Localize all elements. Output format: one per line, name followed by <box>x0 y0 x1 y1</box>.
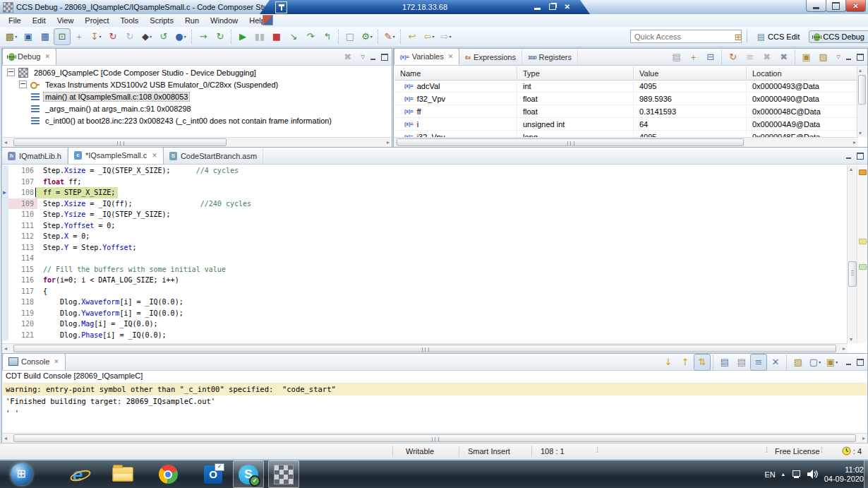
chevron-down-icon[interactable]: ▾ <box>836 355 838 369</box>
tab-debug[interactable]: Debug ✕ <box>2 48 56 65</box>
breakpoint-gutter[interactable] <box>3 231 8 242</box>
perspective-ccs-edit[interactable]: ▤ CCS Edit <box>752 30 805 44</box>
code-text[interactable]: Step.X = 0; <box>35 231 92 242</box>
breakpoint-gutter[interactable] <box>3 253 8 264</box>
taskbar-internet-explorer-icon[interactable]: e <box>62 460 93 488</box>
window-minimize-button[interactable] <box>806 0 826 12</box>
suspend-icon[interactable]: ▮▮ <box>251 28 268 45</box>
line-number[interactable]: 121 <box>8 330 37 341</box>
remove-all-terminated-icon[interactable]: ✖ <box>339 49 356 66</box>
chevron-down-icon[interactable]: ▾ <box>819 355 821 369</box>
show-console-on-output-icon[interactable]: ▤ <box>716 354 733 371</box>
column-header-location[interactable]: Location <box>747 66 857 80</box>
code-line[interactable]: 111Step.Yoffset = 0; <box>3 220 847 232</box>
word-wrap-icon[interactable]: ≡ <box>750 354 767 371</box>
taskbar-skype-icon[interactable]: S✓ <box>233 460 264 488</box>
remove-all-icon[interactable]: ✖ <box>776 49 792 66</box>
code-line[interactable]: 116for(i=0; i < DATA_LOG_SIZE; i++) <box>3 275 847 286</box>
code-line[interactable]: 112Step.X = 0; <box>3 231 847 242</box>
column-header-value[interactable]: Value <box>634 66 747 80</box>
menu-window[interactable]: Window <box>205 15 243 26</box>
forward-icon[interactable]: ⇨▾ <box>438 28 454 45</box>
restore-debug-state-icon[interactable]: ↺ <box>155 28 172 45</box>
code-line[interactable]: 114 <box>3 253 847 264</box>
debug-options-bug-icon[interactable]: ⚙▾ <box>358 28 375 45</box>
save-icon[interactable]: ▣ <box>20 28 37 45</box>
chevron-down-icon[interactable]: ▾ <box>99 30 101 44</box>
code-text[interactable]: Dlog.Phase[i] = _IQ(0.0); <box>35 330 169 341</box>
code-line[interactable]: 107float ff; <box>3 177 847 188</box>
code-text[interactable]: Step.Xsize = _IQ(STEP_X_SIZE); //4 cycle… <box>35 165 241 177</box>
flash-icon[interactable]: ◆▾ <box>138 28 155 45</box>
close-icon[interactable]: ✕ <box>152 152 157 159</box>
show-type-names-icon[interactable]: ▤ <box>668 49 685 66</box>
code-line[interactable]: 113Step.Y = Step.Yoffset; <box>3 242 847 254</box>
ruler-marker-orange[interactable] <box>859 169 867 175</box>
debug-tree-row[interactable]: 28069_IQsampleC [Code Composer Studio - … <box>3 66 391 78</box>
pin-console-icon[interactable]: ▨ <box>790 354 807 371</box>
line-number[interactable]: 120 <box>8 319 37 330</box>
debug-tree-row[interactable]: _args_main() at args_main.c:91 0x008298 <box>3 102 391 114</box>
taskbar-code-composer-studio-icon[interactable] <box>268 460 299 488</box>
menu-run[interactable]: Run <box>179 15 205 26</box>
maximize-editor-icon[interactable] <box>857 153 864 160</box>
step-clock-icon[interactable]: ●▾ <box>172 28 189 45</box>
menu-scripts[interactable]: Scripts <box>144 15 179 26</box>
resume-to-line-icon[interactable]: → <box>195 28 212 45</box>
number-format-icon[interactable]: ≡ <box>742 49 759 66</box>
breakpoint-gutter[interactable] <box>3 286 8 297</box>
code-text[interactable] <box>35 253 46 264</box>
taskbar-start-button[interactable]: ⊞ <box>6 460 37 488</box>
ruler-marker-yellow[interactable] <box>859 239 867 244</box>
code-text[interactable]: ff = STEP_X_SIZE; <box>35 187 118 198</box>
scroll-to-bottom-icon[interactable]: ↓ <box>660 354 677 371</box>
code-text[interactable]: Dlog.Mag[i] = _IQ(0.0); <box>35 319 161 330</box>
clear-console-icon[interactable]: ✕ <box>767 354 784 371</box>
breakpoint-gutter[interactable] <box>3 198 8 210</box>
line-number[interactable]: 114 <box>8 253 37 264</box>
editor-tab-iqmathlib-h[interactable]: hIQmathLib.h <box>2 148 68 164</box>
view-menu-icon[interactable]: ▽ <box>837 54 840 60</box>
code-line[interactable]: 110Step.Ysize = _IQ(STEP_Y_SIZE); <box>3 209 847 220</box>
breakpoint-gutter[interactable] <box>3 319 8 330</box>
collapse-expander-icon[interactable] <box>19 81 27 88</box>
remove-selected-icon[interactable]: ✖ <box>759 49 776 66</box>
step-into-icon[interactable]: ↘ <box>285 28 302 45</box>
overview-ruler[interactable] <box>857 165 867 343</box>
line-number[interactable]: 117 <box>8 286 37 297</box>
menu-tools[interactable]: Tools <box>115 15 145 26</box>
hidden-icons-chevron[interactable]: ▴ <box>782 471 785 477</box>
code-text[interactable]: Dlog.Ywaveform[i] = _IQ(0.0); <box>35 308 186 319</box>
refresh-target-icon[interactable]: ↻ <box>212 28 229 45</box>
tab-variables[interactable]: (x)=Variables✕ <box>394 48 459 65</box>
collapse-expander-icon[interactable] <box>7 69 15 76</box>
progress-indicator[interactable]: : 4 <box>842 446 862 456</box>
menu-edit[interactable]: Edit <box>27 15 52 26</box>
breakpoint-gutter[interactable] <box>3 177 8 188</box>
tab-console[interactable]: Console ✕ <box>2 353 66 370</box>
console-output[interactable]: warning: entry-point symbol other than "… <box>3 383 867 433</box>
breakpoint-gutter[interactable] <box>3 264 8 275</box>
tray-clock[interactable]: 11:02 04-09-2020 <box>824 465 864 484</box>
menu-project[interactable]: Project <box>79 15 114 26</box>
variable-row[interactable]: (x)=f32_Vpvfloat989.59360x00000490@Data <box>394 93 857 105</box>
code-text[interactable]: Step.Y = Step.Yoffset; <box>35 242 140 254</box>
variable-row[interactable]: (x)=iunsigned int640x000004A9@Data <box>394 118 857 131</box>
terminate-icon[interactable]: ■ <box>268 28 285 45</box>
breakpoint-gutter[interactable] <box>3 220 8 232</box>
ruler-marker-green[interactable] <box>859 264 867 270</box>
breakpoint-gutter[interactable]: ▶ <box>3 187 8 198</box>
line-number[interactable]: 116 <box>8 275 37 286</box>
last-edit-location-icon[interactable]: ↩ <box>404 28 421 45</box>
window-restore-button[interactable] <box>826 0 846 12</box>
line-number[interactable]: 118 <box>8 297 37 308</box>
scroll-to-top-icon[interactable]: ↑ <box>677 354 694 371</box>
chevron-down-icon[interactable]: ▾ <box>15 30 17 44</box>
code-text[interactable]: Dlog.Xwaveform[i] = _IQ(0.0); <box>35 297 186 308</box>
breakpoint-gutter[interactable] <box>3 275 8 286</box>
console-hscrollbar[interactable]: ◂ ▸ <box>2 433 867 443</box>
perspective-ccs-debug[interactable]: CCS Debug <box>809 30 868 43</box>
line-number[interactable]: 111 <box>8 220 37 232</box>
debug-hscrollbar[interactable]: ◂ ▸ <box>2 137 392 147</box>
quick-access-input[interactable] <box>630 30 742 43</box>
